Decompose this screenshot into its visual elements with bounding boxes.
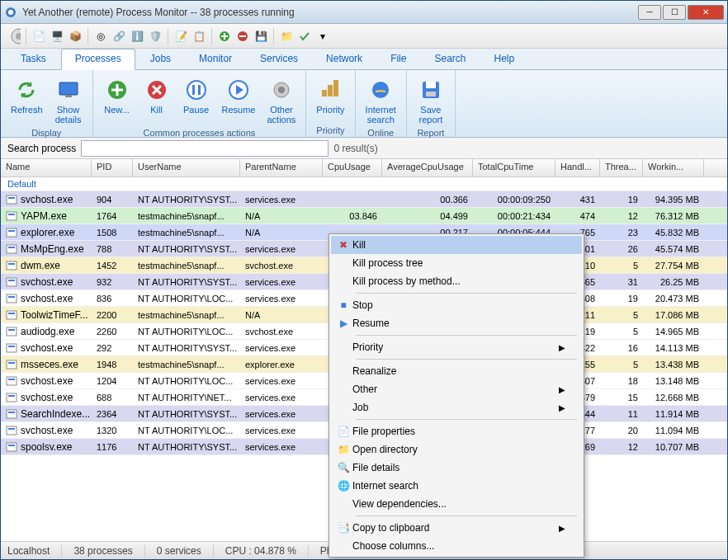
folder-icon[interactable]: 📁 bbox=[279, 29, 294, 44]
svg-point-16 bbox=[372, 82, 389, 98]
status-processes: 38 processes bbox=[73, 545, 144, 557]
svg-rect-21 bbox=[8, 197, 15, 199]
close-button[interactable]: ✕ bbox=[688, 5, 724, 20]
tab-search[interactable]: Search bbox=[421, 49, 479, 69]
save-report-button[interactable]: Save report bbox=[412, 75, 450, 126]
ctx-internet-search[interactable]: 🌐Internet search bbox=[331, 477, 582, 495]
svg-rect-47 bbox=[8, 412, 15, 413]
ctx-view-deps[interactable]: View dependencies... bbox=[331, 495, 582, 513]
pause-icon bbox=[183, 77, 210, 103]
tab-services[interactable]: Services bbox=[247, 49, 311, 69]
save-icon[interactable]: 💾 bbox=[253, 29, 268, 44]
tab-processes[interactable]: Processes bbox=[61, 49, 135, 70]
page-icon[interactable]: 📄 bbox=[31, 29, 46, 44]
ctx-file-properties[interactable]: 📄File properties bbox=[331, 422, 582, 440]
group-row[interactable]: Default bbox=[1, 177, 727, 191]
svg-rect-12 bbox=[198, 85, 201, 95]
svg-rect-41 bbox=[8, 362, 15, 364]
link-icon[interactable]: 🔗 bbox=[111, 29, 126, 44]
ctx-resume[interactable]: ▶Resume bbox=[331, 314, 582, 332]
search-input[interactable] bbox=[81, 140, 329, 157]
ctx-reanalize[interactable]: Reanalize bbox=[331, 362, 582, 380]
resume-button[interactable]: Resume bbox=[217, 75, 261, 116]
svg-rect-20 bbox=[7, 195, 17, 204]
refresh-button[interactable]: Refresh bbox=[6, 75, 48, 116]
priority-button[interactable]: Priority bbox=[311, 75, 349, 116]
note-icon[interactable]: 📝 bbox=[173, 29, 188, 44]
internet-search-button[interactable]: Internet search bbox=[361, 75, 401, 126]
table-row[interactable]: YAPM.exe1764testmachine5\snapf...N/A03.8… bbox=[1, 208, 727, 224]
monitor-icon[interactable]: 🖥️ bbox=[50, 29, 64, 44]
remove-icon[interactable] bbox=[235, 29, 250, 44]
menu-bar: Tasks Processes Jobs Monitor Services Ne… bbox=[1, 49, 727, 70]
svg-rect-26 bbox=[7, 245, 17, 253]
other-actions-button[interactable]: Other actions bbox=[262, 75, 301, 126]
tab-jobs[interactable]: Jobs bbox=[137, 49, 184, 69]
add-icon[interactable] bbox=[217, 29, 232, 44]
tab-monitor[interactable]: Monitor bbox=[186, 49, 245, 69]
maximize-button[interactable]: ☐ bbox=[663, 5, 686, 20]
minimize-button[interactable]: ─ bbox=[638, 5, 661, 20]
ctx-priority[interactable]: Priority▶ bbox=[331, 338, 582, 356]
ctx-kill-tree[interactable]: Kill process tree bbox=[331, 254, 582, 272]
status-services: 0 services bbox=[157, 545, 214, 557]
table-row[interactable]: svchost.exe904NT AUTHORITY\SYST...servic… bbox=[1, 191, 727, 208]
col-working[interactable]: Workin... bbox=[643, 159, 704, 176]
svg-rect-46 bbox=[7, 410, 17, 418]
col-parentname[interactable]: ParentName bbox=[240, 159, 323, 176]
col-cpuusage[interactable]: CpuUsage bbox=[323, 159, 382, 176]
col-avgcpu[interactable]: AverageCpuUsage bbox=[382, 159, 473, 176]
svg-rect-31 bbox=[8, 280, 15, 281]
gear-icon[interactable] bbox=[6, 29, 21, 44]
ctx-file-details[interactable]: 🔍File details bbox=[331, 459, 582, 477]
quick-toolbar: 📄 🖥️ 📦 ◎ 🔗 ℹ️ 🛡️ 📝 📋 💾 📁 ▾ bbox=[1, 24, 727, 49]
col-name[interactable]: Name bbox=[1, 159, 92, 176]
ctx-stop[interactable]: ■Stop bbox=[331, 296, 582, 314]
tab-network[interactable]: Network bbox=[313, 49, 376, 69]
process-icon bbox=[6, 260, 17, 271]
folder-icon: 📁 bbox=[334, 444, 352, 455]
info-icon[interactable]: ℹ️ bbox=[130, 29, 144, 44]
check-icon[interactable] bbox=[297, 29, 312, 44]
ctx-kill-method[interactable]: Kill process by method... bbox=[331, 272, 582, 290]
dropdown-icon[interactable]: ▾ bbox=[315, 29, 330, 44]
ctx-job[interactable]: Job▶ bbox=[331, 398, 582, 416]
svg-rect-22 bbox=[7, 212, 17, 220]
globe-icon: 🌐 bbox=[334, 480, 352, 492]
svg-rect-39 bbox=[8, 346, 15, 347]
box-icon[interactable]: 📦 bbox=[68, 29, 83, 44]
add-icon bbox=[104, 77, 130, 103]
svg-rect-7 bbox=[65, 95, 72, 97]
pause-button[interactable]: Pause bbox=[177, 75, 215, 116]
col-pid[interactable]: PID bbox=[92, 159, 133, 176]
svg-rect-29 bbox=[8, 263, 15, 265]
search-bar: Search process 0 result(s) bbox=[1, 138, 727, 159]
svg-rect-45 bbox=[8, 395, 15, 397]
ctx-choose-columns[interactable]: Choose columns... bbox=[331, 537, 582, 555]
col-handles[interactable]: Handl... bbox=[555, 159, 600, 176]
svg-rect-11 bbox=[192, 85, 195, 95]
new-button[interactable]: New... bbox=[98, 75, 136, 116]
process-icon bbox=[6, 326, 17, 337]
svg-rect-40 bbox=[7, 360, 17, 369]
show-details-button[interactable]: Show details bbox=[50, 75, 87, 126]
shield-icon[interactable]: 🛡️ bbox=[148, 29, 163, 44]
ctx-open-directory[interactable]: 📁Open directory bbox=[331, 440, 582, 459]
ctx-copy[interactable]: 📑Copy to clipboard▶ bbox=[331, 519, 582, 537]
col-threads[interactable]: Threa... bbox=[600, 159, 643, 176]
svg-rect-30 bbox=[7, 278, 17, 286]
process-icon bbox=[6, 392, 17, 403]
kill-button[interactable]: Kill bbox=[138, 75, 176, 116]
col-username[interactable]: UserName bbox=[133, 159, 240, 176]
target-icon[interactable]: ◎ bbox=[93, 29, 108, 44]
svg-rect-44 bbox=[7, 393, 17, 402]
tab-help[interactable]: Help bbox=[481, 49, 528, 69]
play-icon: ▶ bbox=[334, 318, 352, 329]
svg-rect-32 bbox=[7, 294, 17, 303]
col-totalcpu[interactable]: TotalCpuTime bbox=[473, 159, 555, 176]
doc-icon[interactable]: 📋 bbox=[191, 29, 206, 44]
tab-file[interactable]: File bbox=[377, 49, 419, 69]
ctx-kill[interactable]: ✖Kill bbox=[331, 236, 582, 254]
tab-tasks[interactable]: Tasks bbox=[7, 49, 59, 69]
ctx-other[interactable]: Other▶ bbox=[331, 380, 582, 398]
